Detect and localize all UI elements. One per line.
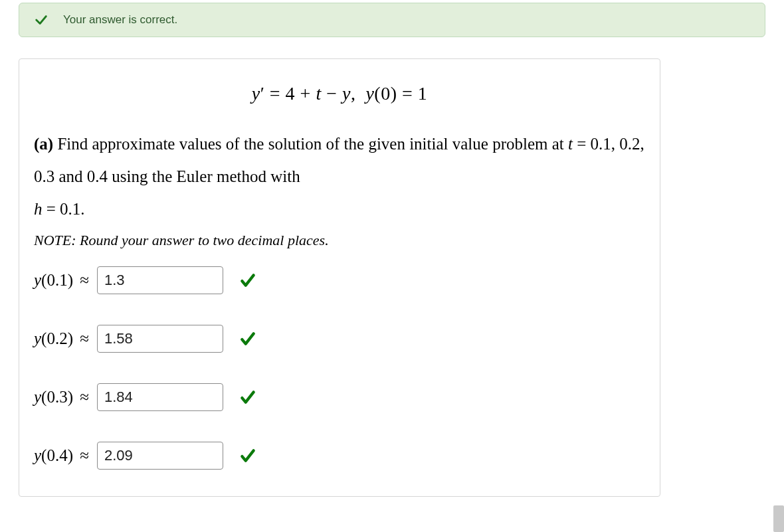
answer-input[interactable] bbox=[97, 442, 223, 470]
check-icon bbox=[34, 13, 49, 27]
question-card: y′ = 4 + t − y, y(0) = 1 (a) Find approx… bbox=[19, 58, 660, 497]
answer-row: y(0.1) ≈ bbox=[34, 266, 645, 294]
answer-label: y(0.1) ≈ bbox=[34, 271, 90, 290]
check-icon bbox=[239, 446, 256, 466]
var-h: h bbox=[34, 200, 43, 218]
part-label: (a) bbox=[34, 135, 53, 153]
answer-row: y(0.4) ≈ bbox=[34, 442, 645, 470]
scrollbar-thumb[interactable] bbox=[773, 505, 784, 532]
question-prompt: (a) Find approximate values of the solut… bbox=[34, 128, 645, 225]
answer-row: y(0.2) ≈ bbox=[34, 325, 645, 353]
answer-row: y(0.3) ≈ bbox=[34, 383, 645, 411]
check-icon bbox=[239, 329, 256, 349]
equation: y′ = 4 + t − y, y(0) = 1 bbox=[34, 83, 645, 104]
answer-label: y(0.2) ≈ bbox=[34, 329, 90, 348]
feedback-text: Your answer is correct. bbox=[63, 13, 177, 27]
rounding-note: NOTE: Round your answer to two decimal p… bbox=[34, 232, 645, 249]
prompt-h-value: = 0.1. bbox=[43, 200, 85, 218]
answer-label: y(0.3) ≈ bbox=[34, 388, 90, 406]
answer-input[interactable] bbox=[97, 325, 223, 353]
var-t: t bbox=[568, 135, 573, 153]
answer-input[interactable] bbox=[97, 383, 223, 411]
feedback-banner: Your answer is correct. bbox=[19, 3, 765, 37]
answer-list: y(0.1) ≈ y(0.2) ≈ bbox=[34, 266, 645, 470]
check-icon bbox=[239, 387, 256, 407]
answer-input[interactable] bbox=[97, 266, 223, 294]
check-icon bbox=[239, 270, 256, 290]
prompt-text-1: Find approximate values of the solution … bbox=[57, 135, 568, 153]
answer-label: y(0.4) ≈ bbox=[34, 446, 90, 465]
